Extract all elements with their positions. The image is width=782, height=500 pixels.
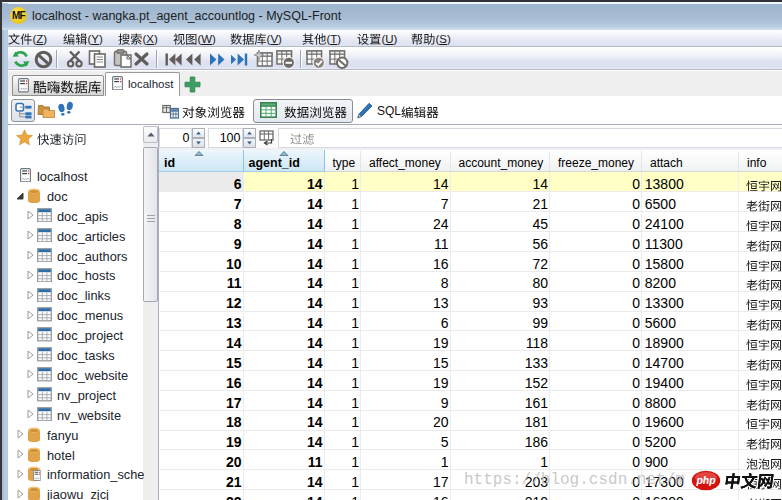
svg-text:php: php xyxy=(695,474,716,486)
